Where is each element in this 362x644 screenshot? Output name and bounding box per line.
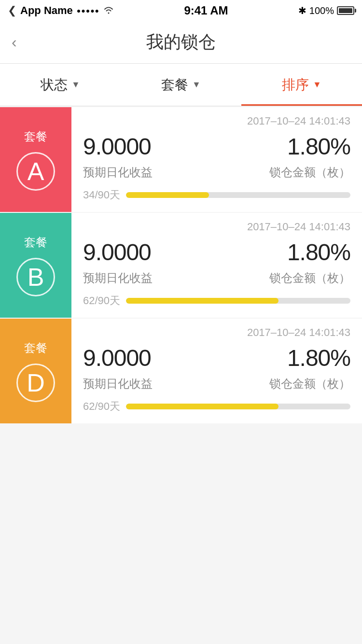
- card-b-badge: 套餐 B: [0, 213, 71, 318]
- filter-sort-arrow: ▼: [313, 80, 321, 90]
- card-b-label-right: 锁仓金额（枚）: [269, 270, 350, 286]
- card-d-values: 9.0000 1.80%: [83, 345, 350, 371]
- bluetooth-icon: ✱: [298, 5, 306, 16]
- card-a-labels: 预期日化收益 锁仓金额（枚）: [83, 165, 350, 180]
- filter-package-label: 套餐: [161, 76, 188, 94]
- card-b[interactable]: 套餐 B 2017–10–24 14:01:43 9.0000 1.80% 预期…: [0, 213, 362, 318]
- card-b-progress-bg: [126, 298, 350, 304]
- card-b-days: 62/90天: [83, 294, 120, 308]
- card-d-days: 62/90天: [83, 399, 120, 414]
- card-b-badge-label: 套餐: [24, 235, 47, 250]
- card-a-value-left: 9.0000: [83, 133, 151, 160]
- card-a-days: 34/90天: [83, 188, 120, 202]
- card-d-value-left: 9.0000: [83, 345, 151, 371]
- status-bar: ❮ App Name ●●●●● 9:41 AM ✱ 100%: [0, 0, 362, 21]
- card-a-label-right: 锁仓金额（枚）: [269, 165, 350, 180]
- card-d-badge-letter: D: [27, 368, 45, 397]
- card-a-progress-fill: [126, 192, 209, 198]
- battery-icon: [337, 6, 354, 15]
- filter-status-arrow: ▼: [71, 80, 80, 90]
- card-d[interactable]: 套餐 D 2017–10–24 14:01:43 9.0000 1.80% 预期…: [0, 319, 362, 423]
- card-d-badge-label: 套餐: [24, 340, 47, 356]
- card-d-label-right: 锁仓金额（枚）: [269, 376, 350, 392]
- card-b-progress-fill: [126, 298, 278, 304]
- card-a-label-left: 预期日化收益: [83, 165, 153, 180]
- card-d-progress-bg: [126, 404, 350, 409]
- cards-list: 套餐 A 2017–10–24 14:01:43 9.0000 1.80% 预期…: [0, 107, 362, 423]
- card-b-timestamp: 2017–10–24 14:01:43: [83, 221, 350, 233]
- card-d-badge-circle: D: [16, 364, 55, 402]
- card-b-value-right: 1.80%: [287, 239, 350, 266]
- card-b-progress-row: 62/90天: [83, 294, 350, 308]
- card-a-progress-bg: [126, 192, 350, 198]
- card-b-values: 9.0000 1.80%: [83, 239, 350, 266]
- card-b-label-left: 预期日化收益: [83, 270, 153, 286]
- card-a-badge: 套餐 A: [0, 107, 71, 212]
- nav-bar: ‹ 我的锁仓: [0, 21, 362, 64]
- card-d-timestamp: 2017–10–24 14:01:43: [83, 326, 350, 339]
- battery-percent: 100%: [309, 5, 334, 16]
- filter-bar: 状态 ▼ 套餐 ▼ 排序 ▼: [0, 64, 362, 106]
- card-a[interactable]: 套餐 A 2017–10–24 14:01:43 9.0000 1.80% 预期…: [0, 107, 362, 212]
- filter-sort[interactable]: 排序 ▼: [241, 64, 362, 106]
- signal-icon: ●●●●●: [77, 7, 99, 14]
- filter-status[interactable]: 状态 ▼: [0, 64, 121, 106]
- status-right: ✱ 100%: [298, 5, 354, 16]
- card-d-badge: 套餐 D: [0, 319, 71, 423]
- card-d-progress-row: 62/90天: [83, 399, 350, 414]
- card-a-badge-letter: A: [28, 157, 44, 186]
- card-d-content: 2017–10–24 14:01:43 9.0000 1.80% 预期日化收益 …: [71, 319, 362, 423]
- card-b-badge-letter: B: [28, 263, 44, 292]
- card-b-labels: 预期日化收益 锁仓金额（枚）: [83, 270, 350, 286]
- card-d-labels: 预期日化收益 锁仓金额（枚）: [83, 376, 350, 392]
- page-title: 我的锁仓: [146, 30, 216, 54]
- card-d-progress-fill: [126, 404, 278, 409]
- card-a-badge-circle: A: [16, 152, 55, 191]
- filter-sort-label: 排序: [282, 76, 309, 94]
- back-chevron-icon: ❮: [8, 4, 16, 17]
- app-name-label: App Name: [20, 4, 73, 17]
- card-a-timestamp: 2017–10–24 14:01:43: [83, 115, 350, 127]
- card-a-values: 9.0000 1.80%: [83, 133, 350, 160]
- filter-package-arrow: ▼: [192, 80, 201, 90]
- card-a-progress-row: 34/90天: [83, 188, 350, 202]
- card-d-label-left: 预期日化收益: [83, 376, 153, 392]
- card-b-badge-circle: B: [16, 258, 55, 296]
- back-button[interactable]: ‹: [12, 33, 17, 51]
- wifi-icon: [103, 4, 114, 17]
- card-a-badge-label: 套餐: [24, 129, 47, 144]
- status-left: ❮ App Name ●●●●●: [8, 4, 114, 17]
- card-a-content: 2017–10–24 14:01:43 9.0000 1.80% 预期日化收益 …: [71, 107, 362, 212]
- status-time: 9:41 AM: [184, 4, 228, 17]
- filter-status-label: 状态: [41, 76, 68, 94]
- card-a-value-right: 1.80%: [287, 133, 350, 160]
- card-d-value-right: 1.80%: [287, 345, 350, 371]
- filter-package[interactable]: 套餐 ▼: [121, 64, 241, 106]
- card-b-content: 2017–10–24 14:01:43 9.0000 1.80% 预期日化收益 …: [71, 213, 362, 318]
- card-b-value-left: 9.0000: [83, 239, 151, 266]
